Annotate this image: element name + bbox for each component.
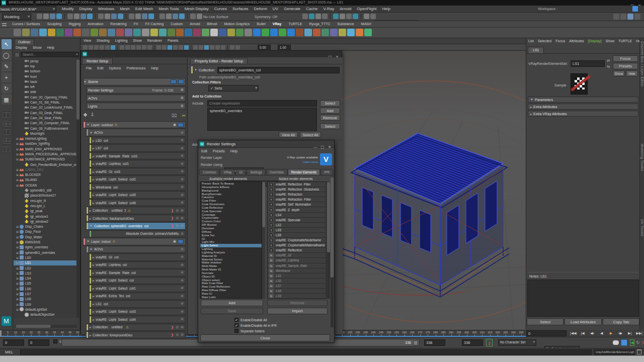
aov-row-vrayre-sample-rate-col1[interactable]: ▸vrayRE_Sample_Rate_col1⊘ (89, 152, 186, 159)
shelf-icon-19[interactable] (176, 29, 184, 36)
status-icon-status-icons-10[interactable] (111, 14, 117, 19)
aov-row-vrayre-light-select-col1[interactable]: ▸vrayRE_Light_Select_col1⊘ (89, 285, 186, 292)
isolate-icon[interactable]: ⊘ (181, 294, 184, 298)
outliner-item-mari_env_approved[interactable]: ⊞MARI_ENV_APPROVED (14, 146, 77, 151)
viewport-tool-icon-17[interactable] (184, 45, 189, 50)
added-element-vrayre-lighting[interactable]: NvrayRE_Lighting (268, 258, 326, 263)
override-icon[interactable]: ❯ (171, 325, 174, 329)
shelf-icon-23[interactable] (210, 29, 218, 36)
shelf-tab-turtle[interactable]: TURTLE (288, 22, 302, 26)
step-forward-key-button[interactable]: •▶ (616, 330, 625, 337)
isolate-icon[interactable]: ⊘ (181, 325, 184, 329)
shelf-icon-29[interactable] (262, 29, 269, 36)
available-element-coverage[interactable]: Coverage (200, 213, 262, 217)
import-aov-icon[interactable]: ⇩ (91, 112, 95, 117)
shelf-tab-custom[interactable]: Custom (171, 22, 183, 26)
render-settings-tab-common[interactable]: Common (199, 169, 219, 175)
scene-row-aovs[interactable]: AOVs⚙ (86, 95, 186, 102)
attr-menu-show[interactable]: Show (606, 39, 615, 43)
shelf-icon-33[interactable] (296, 29, 303, 36)
comment-bubble-icon[interactable] (613, 340, 619, 345)
shelf-tab-ryuga-tttc[interactable]: Ryuga_TTTC (309, 22, 330, 26)
status-icon-status-icons-17[interactable] (166, 14, 172, 19)
render-settings-menu-edit[interactable]: Edit (201, 149, 207, 153)
render-settings-tab-overrides[interactable]: Overrides (266, 169, 287, 175)
viewport-tool-icon-1[interactable] (89, 45, 93, 50)
menu-help[interactable]: Help (382, 7, 390, 11)
status-icon-status-icons-19[interactable] (179, 14, 185, 19)
status-icon-status-icons-5[interactable] (74, 14, 79, 19)
isolate-icon[interactable]: ⊘ (181, 193, 184, 197)
shelf-icon-38[interactable] (339, 29, 346, 36)
shelf-icon-25[interactable] (227, 29, 235, 36)
shelf-icon-35[interactable] (313, 29, 320, 36)
range-checkbox[interactable] (53, 339, 57, 343)
available-element-gi[interactable]: GI (200, 237, 262, 241)
gear-icon[interactable]: ⚙ (181, 104, 184, 108)
enabled-toggle[interactable]: Y (269, 182, 274, 187)
menu-generate[interactable]: Generate (284, 7, 300, 11)
status-icon-status-icons-7[interactable] (87, 14, 93, 19)
shelf-icon-18[interactable] (168, 29, 175, 36)
added-scrollbar[interactable] (327, 182, 330, 299)
outliner-item-lgt_window1[interactable]: lgt_window1 (14, 214, 77, 219)
workspace-dropdown[interactable]: Maya Classic-RYUGATJEW* (0, 6, 56, 12)
shelf-icon-31[interactable] (279, 29, 286, 36)
menu-set-dropdown[interactable]: Modeling (2, 14, 31, 20)
scene-visibility-icon[interactable] (171, 79, 177, 84)
status-icon-status-icons2-3[interactable] (322, 14, 328, 19)
isolate-icon[interactable]: ⊘ (181, 131, 184, 135)
outliner-item-rimlight_l[interactable]: rimLight_L (14, 203, 77, 208)
added-element-ls4[interactable]: YLS4 (268, 213, 326, 218)
shelf-tab-arnold[interactable]: Arnold (190, 22, 200, 26)
outliner-item-ls5[interactable]: ⊞LS5 (14, 281, 77, 286)
col-row-collection-untitled-[interactable]: ▸Collection: _untitled_⚠❯⊙⊘ (86, 324, 186, 331)
copy-tab-button[interactable]: Copy Tab (603, 318, 639, 325)
view-all-button[interactable]: View All (279, 132, 298, 138)
outliner-item-ocean[interactable]: ⊞OCEAN (14, 183, 77, 188)
aov-row-vrayre-light-select-col4[interactable]: ▸vrayRE_Light_Select_col4⊘ (89, 316, 186, 323)
outliner-item-maya_procedural_approved[interactable]: ⊞MAYA_PROCEDURAL_APPROVED (14, 151, 77, 156)
vray-learn-more-link[interactable]: Learn more (302, 160, 318, 163)
enabled-toggle[interactable]: N (269, 279, 274, 283)
current-frame-field[interactable]: 0 (526, 330, 567, 336)
shelf-icon-4[interactable] (48, 29, 55, 36)
layout-preset-3[interactable] (2, 137, 11, 144)
attr-menu-focus[interactable]: Focus (555, 39, 565, 43)
anim-start-field[interactable]: 0 (3, 339, 24, 346)
step-back-key-button[interactable]: ◀• (588, 330, 597, 337)
outliner-menu-help[interactable]: Help (47, 46, 54, 49)
attr-menu-selected[interactable]: Selected (538, 39, 551, 43)
move-tool[interactable]: + (2, 72, 12, 82)
menu-surfaces[interactable]: Surfaces (232, 7, 249, 11)
isolate-icon[interactable]: ⊘ (181, 146, 184, 150)
status-icon-status-icons-8[interactable] (98, 14, 104, 19)
import-button[interactable]: Import (267, 308, 328, 314)
attr-menu-display[interactable]: [Display] (588, 39, 602, 43)
shelf-icon-12[interactable] (116, 29, 124, 36)
ovr-row-absolute-override-primaryvisibility[interactable]: Absolute Override: primaryVisibility⊘ (89, 230, 186, 237)
available-element-multi-matte[interactable]: Multi Matte (200, 264, 262, 268)
menu-mesh-tools[interactable]: Mesh Tools (158, 7, 179, 11)
mel-label[interactable]: MEL (5, 350, 13, 354)
shelf-tab-rigging[interactable]: Rigging (68, 22, 80, 26)
isolate-icon[interactable]: ⊘ (181, 232, 184, 236)
render-settings-tab-gi[interactable]: GI (235, 169, 246, 175)
shelf-icon-17[interactable] (159, 29, 167, 36)
outliner-item-ls1[interactable]: ⊞LS1 (14, 260, 77, 265)
col-row-collection-backgroundgeo[interactable]: ▸Collection: backgroundGeo❯⊙⊘ (86, 215, 186, 222)
exposure-field[interactable]: 0.00 (258, 45, 271, 50)
paint-select-tool[interactable]: ✎ (2, 61, 12, 71)
collection-name-field[interactable]: sphereBG_overrides_col (217, 67, 340, 73)
paste-node-icon[interactable]: ⇆ (607, 64, 610, 69)
aov-row-vrayre-lighting-col[interactable]: ▸vrayRE_Lighting_col⊘ (89, 261, 186, 268)
isolate-icon[interactable]: ⊘ (181, 185, 184, 189)
available-element-coat-reflection[interactable]: Coat Reflection (200, 206, 262, 210)
status-icon-status-icons-3[interactable] (56, 14, 62, 19)
viewport-tool-icon-18[interactable] (193, 45, 198, 50)
attr-menu-attributes[interactable]: Attributes (569, 39, 584, 43)
outliner-item-substance_approved[interactable]: ⊞SUBSTANCE_APPROVED (14, 157, 77, 162)
viewport-tool-icon-20[interactable] (204, 45, 209, 50)
status-icon-status-icons2-0[interactable] (302, 14, 308, 19)
available-scrollbar[interactable] (262, 182, 265, 299)
